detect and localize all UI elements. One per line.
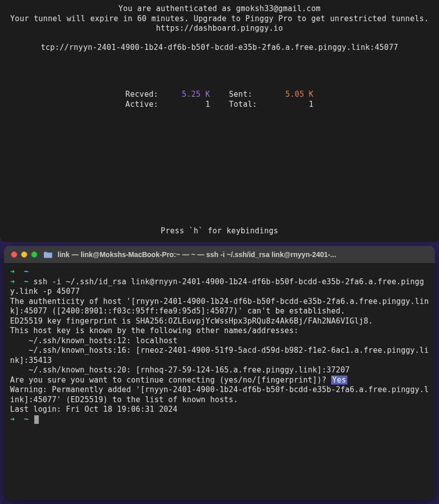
active-label: Active: bbox=[126, 100, 158, 109]
known-host-entry: ~/.ssh/known_hosts:16: [rneoz-2401-4900-… bbox=[10, 346, 429, 365]
known-host-entry: ~/.ssh/known_hosts:20: [rnhoq-27-59-124-… bbox=[10, 365, 429, 375]
confirm-answer: Yes bbox=[331, 375, 347, 385]
tunnel-status-pane[interactable]: You are authenticated as gmoksh33@gmail.… bbox=[0, 0, 439, 242]
fingerprint-line: ED25519 key fingerprint is SHA256:OZLEuv… bbox=[10, 317, 429, 327]
expire-line: Your tunnel will expire in 60 minutes. U… bbox=[10, 14, 428, 23]
sent-value: 5.05 K bbox=[285, 90, 313, 99]
title-bar[interactable]: link — link@Mokshs-MacBook-Pro:~ — ~ — s… bbox=[4, 246, 435, 263]
last-login: Last login: Fri Oct 18 19:06:31 2024 bbox=[10, 405, 429, 415]
close-icon[interactable] bbox=[11, 251, 17, 258]
dashboard-url: https://dashboard.pinggy.io bbox=[156, 24, 283, 33]
active-value: 1 bbox=[205, 100, 210, 109]
total-value: 1 bbox=[309, 100, 313, 109]
terminal-window: link — link@Mokshs-MacBook-Pro:~ — ~ — s… bbox=[4, 246, 435, 500]
recved-label: Recved: bbox=[126, 90, 158, 99]
minimize-icon[interactable] bbox=[21, 251, 27, 258]
known-host-entry: ~/.ssh/known_hosts:12: localhost bbox=[10, 336, 429, 346]
window-title: link — link@Mokshs-MacBook-Pro:~ — ~ — s… bbox=[57, 250, 428, 259]
stats-block: Recved: 5.25 K Sent: 5.05 K Active: 1 To… bbox=[0, 90, 439, 109]
prompt-cwd: ~ bbox=[24, 277, 29, 286]
auth-line: You are authenticated as gmoksh33@gmail.… bbox=[118, 4, 321, 13]
auth-message: You are authenticated as gmoksh33@gmail.… bbox=[0, 4, 439, 34]
folder-icon bbox=[44, 251, 53, 258]
prompt-arrow: ➜ bbox=[10, 267, 15, 276]
prompt-arrow: ➜ bbox=[10, 277, 15, 286]
keybind-hint: Press `h` for keybindings bbox=[0, 226, 439, 236]
authenticity-line: The authenticity of host '[rnyyn-2401-49… bbox=[10, 297, 429, 317]
warning-line: Warning: Permanently added '[rnyyn-2401-… bbox=[10, 385, 429, 405]
cursor-icon bbox=[34, 415, 39, 424]
sent-label: Sent: bbox=[229, 90, 253, 99]
confirm-prompt: Are you sure you want to continue connec… bbox=[10, 375, 331, 385]
terminal-body[interactable]: ➜ ~➜ ~ ssh -i ~/.ssh/id_rsa link@rnyyn-2… bbox=[4, 263, 435, 428]
total-label: Total: bbox=[229, 100, 257, 109]
prompt-arrow: ➜ bbox=[10, 415, 15, 424]
ssh-command: ssh -i ~/.ssh/id_rsa link@rnyyn-2401-490… bbox=[10, 277, 424, 296]
known-hosts-intro: This host key is known by the following … bbox=[10, 326, 429, 336]
prompt-cwd: ~ bbox=[24, 267, 29, 276]
tunnel-url: tcp://rnyyn-2401-4900-1b24-df6b-b50f-bcd… bbox=[0, 43, 439, 53]
maximize-icon[interactable] bbox=[31, 251, 37, 258]
prompt-cwd: ~ bbox=[24, 415, 29, 424]
traffic-lights bbox=[11, 251, 37, 258]
recved-value: 5.25 K bbox=[182, 90, 210, 99]
